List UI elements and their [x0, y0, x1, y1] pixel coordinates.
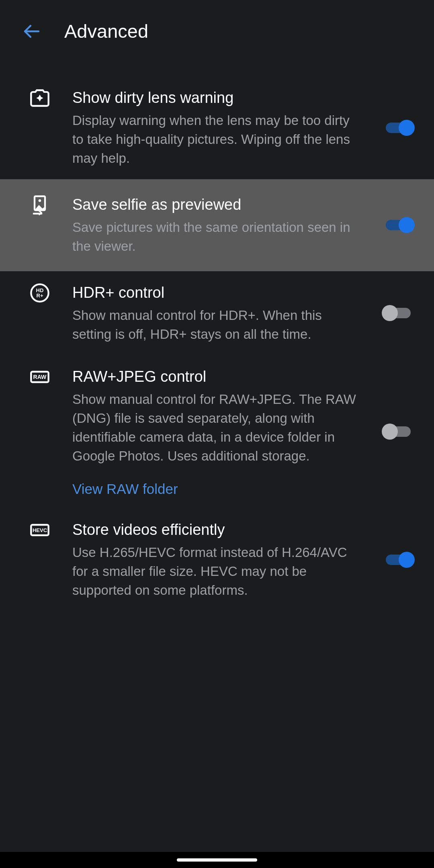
toggle-holder: [382, 120, 418, 136]
toggle-holder: [382, 424, 418, 440]
toggle-raw-jpeg[interactable]: [382, 424, 415, 440]
setting-title: HDR+ control: [72, 283, 357, 303]
setting-description: Show manual control for RAW+JPEG. The RA…: [72, 390, 357, 465]
setting-description: Use H.265/HEVC format instead of H.264/A…: [72, 543, 357, 600]
setting-content: Store videos efficiently Use H.265/HEVC …: [72, 520, 362, 600]
svg-text:RAW: RAW: [33, 374, 47, 380]
toggle-hevc[interactable]: [382, 552, 415, 568]
setting-hdr-plus[interactable]: HD R+ HDR+ control Show manual control f…: [0, 271, 434, 355]
toggle-save-selfie[interactable]: [382, 217, 415, 233]
toggle-holder: [382, 552, 418, 568]
toggle-holder: [382, 217, 418, 233]
setting-content: Show dirty lens warning Display warning …: [72, 88, 362, 168]
setting-save-selfie[interactable]: Save selfie as previewed Save pictures w…: [0, 179, 434, 271]
view-raw-folder-link[interactable]: View RAW folder: [72, 481, 357, 497]
hevc-icon: HEVC: [27, 520, 52, 540]
svg-point-2: [39, 199, 41, 202]
svg-text:R+: R+: [37, 293, 43, 299]
raw-icon: RAW: [27, 366, 52, 387]
setting-title: Store videos efficiently: [72, 520, 357, 540]
toggle-holder: [382, 305, 418, 321]
android-nav-bar: [0, 852, 434, 868]
hdr-plus-icon: HD R+: [27, 283, 52, 303]
setting-content: Save selfie as previewed Save pictures w…: [72, 194, 362, 256]
setting-title: Save selfie as previewed: [72, 194, 357, 215]
page-title: Advanced: [64, 20, 148, 42]
setting-content: RAW+JPEG control Show manual control for…: [72, 366, 362, 497]
toggle-hdr-plus[interactable]: [382, 305, 415, 321]
setting-raw-jpeg[interactable]: RAW RAW+JPEG control Show manual control…: [0, 355, 434, 508]
setting-description: Show manual control for HDR+. When this …: [72, 306, 357, 344]
dirty-lens-icon: [27, 88, 52, 108]
back-button[interactable]: [20, 20, 42, 42]
back-arrow-icon: [22, 22, 41, 41]
setting-title: RAW+JPEG control: [72, 366, 357, 387]
nav-handle[interactable]: [177, 858, 257, 862]
setting-dirty-lens[interactable]: Show dirty lens warning Display warning …: [0, 76, 434, 179]
setting-content: HDR+ control Show manual control for HDR…: [72, 283, 362, 344]
selfie-orientation-icon: [27, 194, 52, 215]
setting-description: Display warning when the lens may be too…: [72, 111, 357, 168]
setting-description: Save pictures with the same orientation …: [72, 218, 357, 256]
header: Advanced: [0, 0, 434, 62]
setting-hevc[interactable]: HEVC Store videos efficiently Use H.265/…: [0, 508, 434, 611]
toggle-dirty-lens[interactable]: [382, 120, 415, 136]
svg-text:HEVC: HEVC: [33, 527, 47, 533]
setting-title: Show dirty lens warning: [72, 88, 357, 108]
settings-list: Show dirty lens warning Display warning …: [0, 62, 434, 611]
